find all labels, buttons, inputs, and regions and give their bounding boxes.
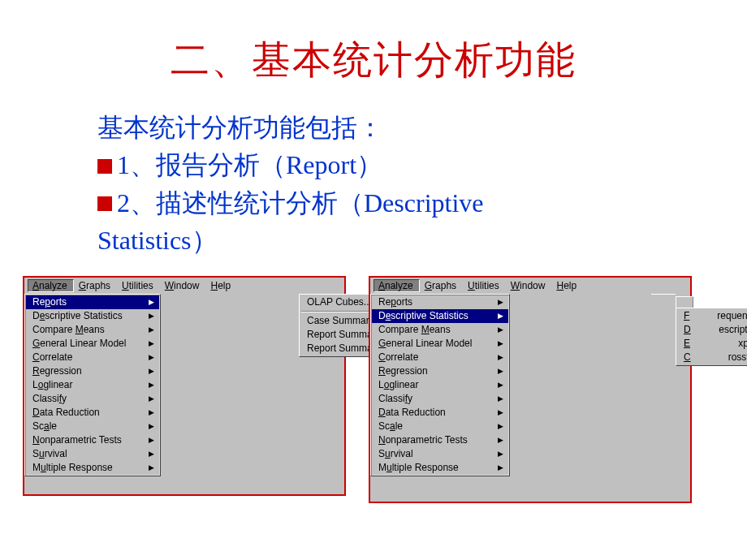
submenu-arrow-icon: ▶	[149, 436, 154, 444]
submenu-arrow-icon: ▶	[498, 367, 503, 375]
menu-item[interactable]: Loglinear▶	[26, 378, 159, 392]
screenshot-reports: Analyze Graphs Utilities Window Help Rep…	[23, 276, 346, 496]
submenu-arrow-icon: ▶	[498, 422, 503, 430]
menubar-graphs[interactable]: Graphs	[420, 279, 463, 292]
submenu-arrow-icon: ▶	[149, 298, 154, 306]
menu-item[interactable]: Classify▶	[26, 392, 159, 406]
submenu-arrow-icon: ▶	[498, 394, 503, 403]
menu-item[interactable]: Compare Means▶	[372, 323, 508, 337]
descriptives-submenu: Frequencies...Descriptives...Explore...C…	[676, 308, 747, 366]
body-line-3: 2、描述性统计分析（Descriptive	[97, 184, 698, 222]
submenu-arrow-icon: ▶	[498, 353, 503, 361]
menu-item[interactable]: Regression▶	[372, 364, 508, 378]
menu-item[interactable]: General Linear Model▶	[372, 337, 508, 351]
submenu-arrow-icon: ▶	[498, 381, 503, 389]
menubar-utilities[interactable]: Utilities	[463, 279, 506, 292]
menubar-utilities[interactable]: Utilities	[117, 279, 160, 292]
menubar-window[interactable]: Window	[506, 279, 552, 292]
submenu-arrow-icon: ▶	[149, 312, 154, 320]
menubar-help[interactable]: Help	[551, 279, 583, 292]
submenu-arrow-icon: ▶	[498, 312, 503, 320]
toolbar-area	[651, 294, 676, 313]
menu-item[interactable]: Nonparametric Tests▶	[26, 433, 159, 447]
submenu-arrow-icon: ▶	[149, 325, 154, 334]
submenu-arrow-icon: ▶	[149, 450, 154, 458]
screenshot-descriptives: Analyze Graphs Utilities Window Help Rep…	[369, 276, 692, 503]
analyze-dropdown: Reports▶Descriptive Statistics▶Compare M…	[370, 294, 510, 476]
submenu-arrow-icon: ▶	[498, 325, 503, 334]
menu-item[interactable]: Multiple Response▶	[26, 461, 159, 475]
menu-item[interactable]: Nonparametric Tests▶	[372, 433, 508, 447]
menubar-help[interactable]: Help	[205, 279, 237, 292]
menu-item[interactable]: Survival▶	[372, 447, 508, 461]
menubar-analyze[interactable]: Analyze	[28, 279, 74, 292]
submenu-item[interactable]: Descriptives...	[677, 323, 747, 337]
submenu-arrow-icon: ▶	[498, 298, 503, 306]
body-line-2: 1、报告分析（Report）	[97, 146, 698, 183]
submenu-arrow-icon: ▶	[498, 450, 503, 458]
body-line-1: 基本统计分析功能包括：	[97, 109, 698, 146]
menu-item[interactable]: Correlate▶	[372, 351, 508, 364]
submenu-arrow-icon: ▶	[149, 463, 154, 472]
body-text: 基本统计分析功能包括： 1、报告分析（Report） 2、描述性统计分析（Des…	[0, 109, 747, 260]
menu-item[interactable]: Compare Means▶	[26, 323, 159, 337]
menu-item[interactable]: Multiple Response▶	[372, 461, 508, 475]
analyze-dropdown: Reports▶Descriptive Statistics▶Compare M…	[24, 294, 161, 476]
menu-item[interactable]: Scale▶	[26, 420, 159, 433]
menu-item[interactable]: Descriptive Statistics▶	[26, 309, 159, 323]
submenu-arrow-icon: ▶	[498, 339, 503, 347]
submenu-arrow-icon: ▶	[149, 422, 154, 430]
submenu-item[interactable]: Explore...	[677, 337, 747, 351]
menu-item[interactable]: General Linear Model▶	[26, 337, 159, 351]
submenu-arrow-icon: ▶	[149, 367, 154, 375]
submenu-arrow-icon: ▶	[498, 436, 503, 444]
menu-item[interactable]: Classify▶	[372, 392, 508, 406]
menubar-graphs[interactable]: Graphs	[74, 279, 117, 292]
screenshots-row: Analyze Graphs Utilities Window Help Rep…	[0, 260, 747, 503]
page-title: 二、基本统计分析功能	[0, 0, 747, 109]
menu-item[interactable]: Correlate▶	[26, 351, 159, 364]
menu-item[interactable]: Loglinear▶	[372, 378, 508, 392]
menubar-window[interactable]: Window	[160, 279, 206, 292]
submenu-item[interactable]: Crosstabs...	[677, 351, 747, 364]
menu-item[interactable]: Reports▶	[372, 295, 508, 309]
submenu-arrow-icon: ▶	[149, 353, 154, 361]
menubar: Analyze Graphs Utilities Window Help	[24, 278, 344, 294]
submenu-arrow-icon: ▶	[498, 408, 503, 416]
submenu-arrow-icon: ▶	[149, 339, 154, 347]
menu-item[interactable]: Descriptive Statistics▶	[372, 309, 508, 323]
menu-item[interactable]: Reports▶	[26, 295, 159, 309]
menu-item[interactable]: Regression▶	[26, 364, 159, 378]
submenu-item[interactable]: Frequencies...	[677, 309, 747, 323]
bullet-icon	[97, 196, 112, 211]
submenu-arrow-icon: ▶	[149, 408, 154, 416]
menubar-analyze[interactable]: Analyze	[374, 279, 420, 292]
submenu-arrow-icon: ▶	[149, 394, 154, 403]
submenu-arrow-icon: ▶	[498, 463, 503, 472]
menu-item[interactable]: Survival▶	[26, 447, 159, 461]
bullet-icon	[97, 159, 112, 174]
menu-item[interactable]: Data Reduction▶	[372, 406, 508, 420]
submenu-arrow-icon: ▶	[149, 381, 154, 389]
menubar: Analyze Graphs Utilities Window Help	[370, 278, 690, 294]
menu-item[interactable]: Scale▶	[372, 420, 508, 433]
menu-item[interactable]: Data Reduction▶	[26, 406, 159, 420]
body-line-4: Statistics）	[97, 222, 698, 259]
